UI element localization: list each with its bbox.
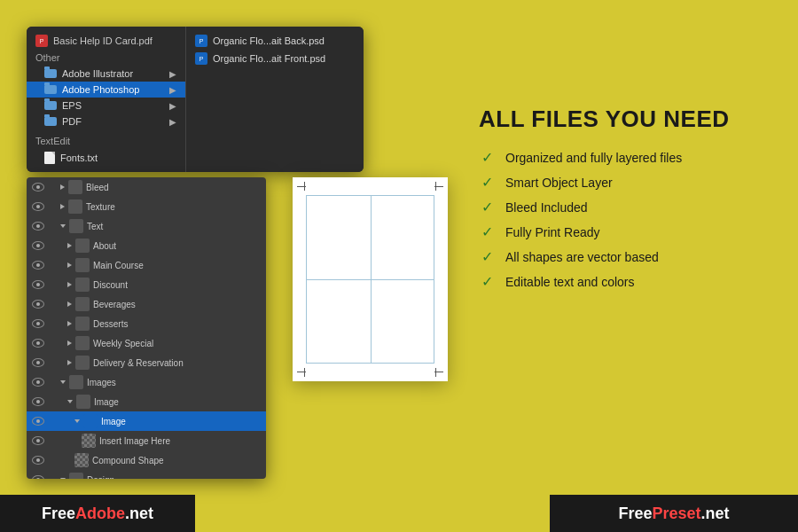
feature-item-5: ✓ All shapes are vector based bbox=[479, 249, 763, 265]
layer-label-weeklyspecial: Weekly Special bbox=[93, 339, 153, 348]
fb-item-illustrator[interactable]: Adobe Illustrator ▶ bbox=[27, 66, 185, 82]
feature-item-3: ✓ Bleed Included bbox=[479, 200, 763, 215]
check-icon-1: ✓ bbox=[479, 150, 495, 166]
layer-thumb-design bbox=[69, 473, 83, 479]
triangle-beverages bbox=[67, 301, 72, 307]
layer-discount[interactable]: Discount bbox=[27, 275, 266, 294]
banner-left-highlight: Adobe bbox=[75, 505, 125, 522]
layer-label-delivery: Delivery & Reservation bbox=[93, 358, 184, 368]
triangle-image-group bbox=[67, 400, 73, 403]
layer-texture[interactable]: Texture bbox=[27, 197, 266, 216]
document-preview bbox=[293, 177, 448, 381]
psd-icon-2: P bbox=[195, 52, 207, 65]
feature-label-4: Fully Print Ready bbox=[505, 225, 600, 239]
fb-section-other: Other bbox=[27, 50, 185, 66]
layer-thumb-weeklyspecial bbox=[75, 336, 90, 350]
fb-right-item-1-label: Organic Flo...ait Back.psd bbox=[213, 35, 325, 46]
triangle-design bbox=[60, 478, 66, 479]
panel-title: ALL FILES YOU NEED bbox=[479, 106, 763, 132]
triangle-about bbox=[67, 243, 72, 248]
layer-label-desserts: Desserts bbox=[93, 319, 128, 329]
eye-icon[interactable] bbox=[32, 183, 44, 192]
layer-label-images: Images bbox=[87, 378, 116, 387]
feature-label-1: Organized and fully layered files bbox=[505, 151, 682, 165]
eye-icon[interactable] bbox=[32, 280, 44, 289]
check-icon-4: ✓ bbox=[479, 224, 495, 240]
layer-thumb-images bbox=[69, 375, 83, 389]
layer-delivery[interactable]: Delivery & Reservation bbox=[27, 353, 266, 372]
eye-icon[interactable] bbox=[32, 397, 44, 406]
eye-icon[interactable] bbox=[32, 358, 44, 367]
layer-label-image-group: Image bbox=[94, 397, 119, 407]
bleed-mark-tr-v bbox=[435, 182, 436, 191]
layer-label-about: About bbox=[93, 241, 116, 251]
file-icon-fonts bbox=[44, 152, 55, 164]
layer-label-design: Design bbox=[87, 475, 114, 480]
eye-icon[interactable] bbox=[32, 378, 44, 387]
eye-icon[interactable] bbox=[32, 300, 44, 309]
eye-icon[interactable] bbox=[32, 475, 44, 479]
folder-icon-illustrator bbox=[44, 69, 57, 78]
folder-icon-photoshop bbox=[44, 85, 57, 94]
layer-thumb-discount bbox=[75, 278, 90, 292]
layer-about[interactable]: About bbox=[27, 236, 266, 255]
layer-label-smart-image: Image bbox=[101, 417, 126, 426]
triangle-discount bbox=[67, 282, 72, 287]
triangle-desserts bbox=[67, 321, 72, 326]
fb-item-pdf-label: PDF bbox=[62, 116, 82, 127]
layer-compound-1[interactable]: Compound Shape bbox=[27, 450, 266, 470]
layers-panel: Bleed Texture Text About Main Course Dis… bbox=[27, 177, 266, 479]
eye-icon[interactable] bbox=[32, 339, 44, 348]
layer-desserts[interactable]: Desserts bbox=[27, 314, 266, 333]
eye-icon[interactable] bbox=[32, 417, 44, 426]
check-icon-6: ✓ bbox=[479, 274, 495, 290]
layer-maincourse[interactable]: Main Course bbox=[27, 255, 266, 275]
fb-header-file[interactable]: P Basic Help ID Card.pdf bbox=[27, 32, 185, 50]
layer-weeklyspecial[interactable]: Weekly Special bbox=[27, 333, 266, 353]
fb-item-eps[interactable]: EPS ▶ bbox=[27, 98, 185, 113]
pdf-icon: P bbox=[35, 35, 48, 47]
layer-insert-image[interactable]: Insert Image Here bbox=[27, 431, 266, 450]
triangle-weeklyspecial bbox=[67, 340, 72, 346]
layer-thumb-about bbox=[75, 239, 90, 253]
layer-smart-image[interactable]: Image bbox=[27, 411, 266, 431]
fb-item-pdf[interactable]: PDF ▶ bbox=[27, 113, 185, 129]
fb-right-panel: P Organic Flo...ait Back.psd P Organic F… bbox=[186, 27, 364, 172]
file-browser: P Basic Help ID Card.pdf Other Adobe Ill… bbox=[27, 27, 364, 172]
folder-icon-eps bbox=[44, 101, 57, 110]
fb-right-item-1[interactable]: P Organic Flo...ait Back.psd bbox=[186, 32, 364, 50]
eye-icon[interactable] bbox=[32, 319, 44, 328]
fb-item-fonts[interactable]: Fonts.txt bbox=[27, 149, 185, 167]
eye-icon[interactable] bbox=[32, 261, 44, 270]
fb-right-item-2[interactable]: P Organic Flo...ait Front.psd bbox=[186, 50, 364, 67]
layer-images[interactable]: Images bbox=[27, 372, 266, 392]
layer-design[interactable]: Design bbox=[27, 470, 266, 479]
layer-label-beverages: Beverages bbox=[93, 300, 136, 309]
eye-icon[interactable] bbox=[32, 241, 44, 250]
banner-left: FreeAdobe.net bbox=[0, 495, 195, 532]
check-icon-3: ✓ bbox=[479, 200, 495, 215]
fb-item-photoshop[interactable]: Adobe Photoshop ▶ bbox=[27, 82, 185, 98]
eye-icon[interactable] bbox=[32, 456, 44, 465]
layer-thumb-desserts bbox=[75, 317, 90, 331]
bleed-mark-br-v bbox=[435, 368, 436, 377]
fb-left-panel: P Basic Help ID Card.pdf Other Adobe Ill… bbox=[27, 27, 186, 172]
bleed-mark-tl-v bbox=[304, 182, 305, 191]
layer-thumb-smart-image bbox=[83, 414, 98, 428]
layer-bleed[interactable]: Bleed bbox=[27, 177, 266, 197]
triangle-images bbox=[60, 380, 66, 384]
layer-label-bleed: Bleed bbox=[86, 183, 109, 192]
doc-vertical-line bbox=[371, 196, 372, 363]
eye-icon[interactable] bbox=[32, 436, 44, 445]
layer-beverages[interactable]: Beverages bbox=[27, 294, 266, 314]
triangle-maincourse bbox=[67, 262, 72, 268]
check-icon-2: ✓ bbox=[479, 175, 495, 191]
feature-item-4: ✓ Fully Print Ready bbox=[479, 224, 763, 240]
layer-image-group[interactable]: Image bbox=[27, 392, 266, 411]
eye-icon[interactable] bbox=[32, 202, 44, 211]
eye-icon[interactable] bbox=[32, 222, 44, 231]
fb-header-filename: Basic Help ID Card.pdf bbox=[53, 35, 153, 46]
feature-label-6: Editable text and colors bbox=[505, 275, 635, 289]
feature-label-5: All shapes are vector based bbox=[505, 250, 659, 264]
layer-text[interactable]: Text bbox=[27, 216, 266, 236]
